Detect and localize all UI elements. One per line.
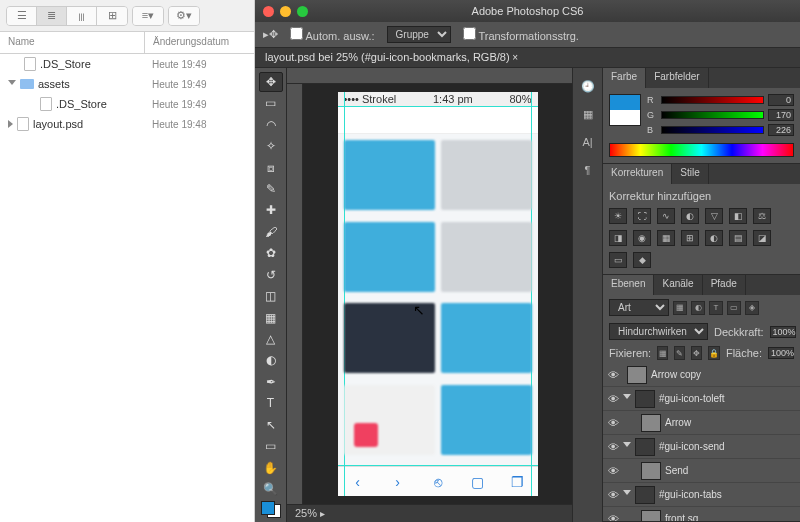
threshold-icon[interactable]: ◪ xyxy=(753,230,771,246)
stamp-tool[interactable]: ✿ xyxy=(259,244,283,263)
visibility-icon[interactable]: 👁 xyxy=(603,489,623,501)
list-item[interactable]: .DS_Store Heute 19:49 xyxy=(0,94,254,114)
view-icons-btn[interactable]: ☰ xyxy=(7,7,37,25)
gradient-map-icon[interactable]: ▭ xyxy=(609,252,627,268)
r-slider[interactable] xyxy=(661,96,764,104)
exposure-icon[interactable]: ◐ xyxy=(681,208,699,224)
g-slider[interactable] xyxy=(661,111,764,119)
move-tool-icon[interactable]: ▸✥ xyxy=(263,28,278,41)
bw-icon[interactable]: ◨ xyxy=(609,230,627,246)
zoom-status[interactable]: 25% ▸ xyxy=(287,504,572,522)
blend-mode[interactable]: Hindurchwirken xyxy=(609,323,708,340)
zoom-btn[interactable] xyxy=(297,6,308,17)
history-brush-tool[interactable]: ↺ xyxy=(259,265,283,284)
fg-bg-swatch[interactable] xyxy=(609,94,641,126)
filter-smart-icon[interactable]: ◈ xyxy=(745,301,759,315)
gradient-tool[interactable]: ▦ xyxy=(259,308,283,327)
tab-korrekturen[interactable]: Korrekturen xyxy=(603,164,672,184)
crop-tool[interactable]: ⧈ xyxy=(259,158,283,177)
view-list-btn[interactable]: ≣ xyxy=(37,7,67,25)
history-panel-icon[interactable]: 🕘 xyxy=(578,76,598,96)
balance-icon[interactable]: ⚖ xyxy=(753,208,771,224)
r-value[interactable]: 0 xyxy=(768,94,794,106)
close-btn[interactable] xyxy=(263,6,274,17)
zoom-tool[interactable]: 🔍 xyxy=(259,479,283,498)
tab-farbfelder[interactable]: Farbfelder xyxy=(646,68,709,88)
visibility-icon[interactable]: 👁 xyxy=(603,441,623,453)
view-columns-btn[interactable]: ⫼ xyxy=(67,7,97,25)
layer-row[interactable]: 👁#gui-icon-toleft xyxy=(603,387,800,411)
brush-tool[interactable]: 🖌 xyxy=(259,222,283,241)
filter-kind[interactable]: Art xyxy=(609,299,669,316)
visibility-icon[interactable]: 👁 xyxy=(603,393,623,405)
col-name[interactable]: Name xyxy=(0,32,144,53)
tab-stile[interactable]: Stile xyxy=(672,164,708,184)
tab-pfade[interactable]: Pfade xyxy=(703,275,746,295)
list-item[interactable]: .DS_Store Heute 19:49 xyxy=(0,54,254,74)
lock-trans-icon[interactable]: ▦ xyxy=(657,346,668,360)
lasso-tool[interactable]: ◠ xyxy=(259,115,283,134)
marquee-tool[interactable]: ▭ xyxy=(259,94,283,113)
hand-tool[interactable]: ✋ xyxy=(259,458,283,477)
arrange-btn[interactable]: ≡▾ xyxy=(133,7,163,25)
lookup-icon[interactable]: ⊞ xyxy=(681,230,699,246)
layer-row[interactable]: 👁Arrow copy xyxy=(603,363,800,387)
move-tool[interactable]: ✥ xyxy=(259,72,283,92)
col-date[interactable]: Änderungsdatum xyxy=(144,32,254,53)
minimize-btn[interactable] xyxy=(280,6,291,17)
ruler-vertical[interactable] xyxy=(287,84,303,504)
layer-row[interactable]: 👁#gui-icon-tabs xyxy=(603,483,800,507)
fill-value[interactable]: 100% xyxy=(768,347,794,359)
shape-tool[interactable]: ▭ xyxy=(259,436,283,455)
color-swatches[interactable] xyxy=(261,501,281,518)
path-tool[interactable]: ↖ xyxy=(259,415,283,434)
layer-row[interactable]: 👁#gui-icon-send xyxy=(603,435,800,459)
blur-tool[interactable]: △ xyxy=(259,329,283,348)
character-panel-icon[interactable]: A| xyxy=(578,132,598,152)
titlebar[interactable]: Adobe Photoshop CS6 xyxy=(255,0,800,22)
disclosure-icon[interactable] xyxy=(8,120,13,128)
hue-icon[interactable]: ◧ xyxy=(729,208,747,224)
lock-pixel-icon[interactable]: ✎ xyxy=(674,346,685,360)
lock-all-icon[interactable]: 🔒 xyxy=(708,346,720,360)
vibrance-icon[interactable]: ▽ xyxy=(705,208,723,224)
pen-tool[interactable]: ✒ xyxy=(259,372,283,391)
layer-row[interactable]: 👁Send xyxy=(603,459,800,483)
lock-pos-icon[interactable]: ✥ xyxy=(691,346,702,360)
action-btn[interactable]: ⚙▾ xyxy=(169,7,199,25)
filter-shape-icon[interactable]: ▭ xyxy=(727,301,741,315)
layer-row[interactable]: 👁Arrow xyxy=(603,411,800,435)
paragraph-panel-icon[interactable]: ¶ xyxy=(578,160,598,180)
auto-select-kind[interactable]: Gruppe xyxy=(387,26,451,43)
visibility-icon[interactable]: 👁 xyxy=(603,369,623,381)
document-tab[interactable]: layout.psd bei 25% (#gui-icon-bookmarks,… xyxy=(255,48,800,68)
type-tool[interactable]: T xyxy=(259,394,283,413)
spectrum[interactable] xyxy=(609,143,794,157)
canvas[interactable]: •••• Strokel 1:43 pm 80% ‹ xyxy=(303,84,572,504)
list-item[interactable]: assets Heute 19:49 xyxy=(0,74,254,94)
tab-ebenen[interactable]: Ebenen xyxy=(603,275,654,295)
dodge-tool[interactable]: ◐ xyxy=(259,351,283,370)
levels-icon[interactable]: ⛶ xyxy=(633,208,651,224)
view-gallery-btn[interactable]: ⊞ xyxy=(97,7,127,25)
mixer-icon[interactable]: ▦ xyxy=(657,230,675,246)
eyedropper-tool[interactable]: ✎ xyxy=(259,179,283,198)
wand-tool[interactable]: ✧ xyxy=(259,137,283,156)
disclosure-icon[interactable] xyxy=(8,80,16,89)
list-item[interactable]: layout.psd Heute 19:48 xyxy=(0,114,254,134)
opacity-value[interactable]: 100% xyxy=(770,326,796,338)
b-value[interactable]: 226 xyxy=(768,124,794,136)
filter-adj-icon[interactable]: ◐ xyxy=(691,301,705,315)
visibility-icon[interactable]: 👁 xyxy=(603,465,623,477)
photo-filter-icon[interactable]: ◉ xyxy=(633,230,651,246)
brightness-icon[interactable]: ☀ xyxy=(609,208,627,224)
posterize-icon[interactable]: ▤ xyxy=(729,230,747,246)
tab-kanaele[interactable]: Kanäle xyxy=(654,275,702,295)
ruler-horizontal[interactable] xyxy=(287,68,572,84)
swatches-panel-icon[interactable]: ▦ xyxy=(578,104,598,124)
g-value[interactable]: 170 xyxy=(768,109,794,121)
curves-icon[interactable]: ∿ xyxy=(657,208,675,224)
auto-select-checkbox[interactable]: Autom. ausw.: xyxy=(290,27,375,42)
visibility-icon[interactable]: 👁 xyxy=(603,513,623,522)
filter-pixel-icon[interactable]: ▦ xyxy=(673,301,687,315)
